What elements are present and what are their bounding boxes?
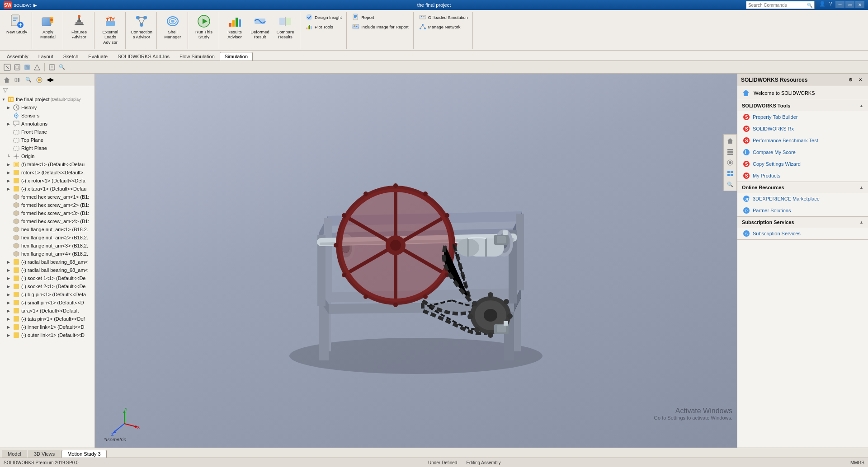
- shaded-icon[interactable]: [23, 63, 32, 72]
- sw-rx-item[interactable]: S SOLIDWORKS Rx: [737, 123, 868, 135]
- small-pin1-expand[interactable]: ▶: [7, 301, 13, 305]
- results-advisor-button[interactable]: Results Advisor: [223, 13, 246, 41]
- restore-button[interactable]: ▭: [845, 1, 854, 8]
- tree-big-pin1-item[interactable]: ▶ (-) big pin<1> (Default<<Defa: [0, 290, 94, 299]
- subscription-header[interactable]: Subscription Services ▲: [737, 217, 868, 228]
- tree-annotations-item[interactable]: ▶ Annotations: [0, 120, 94, 128]
- online-resources-header[interactable]: Online Resources ▲: [737, 182, 868, 193]
- tata-pin1-expand[interactable]: ▶: [7, 317, 13, 321]
- shell-manager-button[interactable]: Shell Manager: [160, 13, 185, 41]
- deformed-result-button[interactable]: Deformed Result: [248, 13, 272, 41]
- tab-sketch[interactable]: Sketch: [58, 52, 84, 61]
- tree-tata-pin1-item[interactable]: ▶ (-) tata pin<1> (Default<<Def: [0, 315, 94, 323]
- tree-socket1-item[interactable]: ▶ (-) socket 1<1> (Default<<De: [0, 274, 94, 282]
- tree-top-plane-item[interactable]: Top Plane: [0, 136, 94, 144]
- tara1-expand[interactable]: ▶: [7, 309, 13, 313]
- minimize-button[interactable]: ─: [835, 1, 844, 8]
- tab-flow-simulation[interactable]: Flow Simulation: [175, 52, 220, 61]
- tab-evaluate[interactable]: Evaluate: [83, 52, 113, 61]
- external-loads-button[interactable]: External Loads Advisor: [98, 13, 123, 46]
- tree-rbb1-item[interactable]: ▶ (-) radial ball bearing_68_am<: [0, 258, 94, 266]
- tree-right-plane-item[interactable]: Right Plane: [0, 144, 94, 152]
- tree-hex-screw3-item[interactable]: formed hex screw_am<3> (B1:: [0, 209, 94, 217]
- panel-tree-btn[interactable]: [725, 147, 735, 157]
- sidebar-filter-btn[interactable]: [13, 75, 23, 85]
- tree-rotor1-item[interactable]: ▶ rotor<1> (Default<<Default>.: [0, 168, 94, 177]
- tree-hex-nut2-item[interactable]: hex flange nut_am<2> (B18.2.: [0, 234, 94, 242]
- tree-origin-item[interactable]: └ Origin: [0, 152, 94, 160]
- annotations-expand[interactable]: ▶: [7, 122, 13, 126]
- rotor1-expand[interactable]: ▶: [7, 171, 13, 175]
- tree-hex-screw4-item[interactable]: formed hex screw_am<4> (B1:: [0, 217, 94, 225]
- panel-home-btn[interactable]: [725, 136, 735, 146]
- outer-link1-expand[interactable]: ▶: [7, 333, 13, 337]
- sidebar-search-btn[interactable]: 🔍: [24, 75, 33, 85]
- tab-addins[interactable]: SOLIDWORKS Add-Ins: [113, 52, 175, 61]
- rbb1-expand[interactable]: ▶: [7, 260, 13, 264]
- tab-3d-views[interactable]: 3D Views: [28, 450, 61, 458]
- panel-search-btn[interactable]: 🔍: [725, 179, 735, 189]
- history-expand[interactable]: ▶: [7, 106, 13, 110]
- manage-network-button[interactable]: Manage Network: [417, 22, 470, 31]
- perf-bench-item[interactable]: S Performance Benchmark Test: [737, 135, 868, 146]
- view-orient-icon[interactable]: [3, 63, 12, 72]
- welcome-section-header[interactable]: Welcome to SOLIDWORKS: [737, 86, 868, 100]
- rbb2-expand[interactable]: ▶: [7, 268, 13, 272]
- tree-root-item[interactable]: ▼ the final project (Default<Display: [0, 95, 94, 103]
- x-tara1-expand[interactable]: ▶: [7, 187, 13, 191]
- tree-x-tara1-item[interactable]: ▶ (-) x tara<1> (Default<<Defau: [0, 185, 94, 193]
- panel-layers-btn[interactable]: [725, 158, 735, 168]
- tree-table1-item[interactable]: ▶ (f) table<1> (Default<<Defau: [0, 160, 94, 168]
- tree-hex-screw1-item[interactable]: formed hex screw_am<1> (B1:: [0, 193, 94, 201]
- sub-services-item[interactable]: S Subscription Services: [737, 228, 868, 239]
- help-icon[interactable]: ?: [829, 1, 832, 9]
- zoom-icon[interactable]: 🔍: [57, 63, 66, 72]
- partner-item[interactable]: P Partner Solutions: [737, 205, 868, 216]
- tree-small-pin1-item[interactable]: ▶ (-) small pin<1> (Default<<D: [0, 299, 94, 307]
- prop-tab-item[interactable]: S Property Tab Builder: [737, 111, 868, 123]
- panel-resources-btn[interactable]: [725, 168, 735, 178]
- new-study-button[interactable]: New Study: [5, 13, 29, 40]
- tree-hex-nut3-item[interactable]: hex flange nut_am<3> (B18.2.: [0, 242, 94, 250]
- root-expand-arrow[interactable]: ▼: [2, 98, 7, 102]
- inner-link1-expand[interactable]: ▶: [7, 325, 13, 329]
- search-icon[interactable]: 🔍: [807, 3, 812, 8]
- tree-front-plane-item[interactable]: Front Plane: [0, 128, 94, 136]
- wireframe-icon[interactable]: [13, 63, 22, 72]
- include-image-button[interactable]: Include Image for Report: [350, 22, 410, 31]
- tree-socket2-item[interactable]: ▶ (-) socket 2<1> (Default<<De: [0, 282, 94, 290]
- section-view-icon[interactable]: [47, 63, 57, 72]
- big-pin1-expand[interactable]: ▶: [7, 293, 13, 297]
- my-products-item[interactable]: S My Products: [737, 170, 868, 182]
- tree-rbb2-item[interactable]: ▶ (-) radial ball bearing_68_am<: [0, 266, 94, 274]
- copy-settings-item[interactable]: S Copy Settings Wizard: [737, 158, 868, 170]
- tab-motion-study-3[interactable]: Motion Study 3: [61, 450, 106, 458]
- tree-tara1-item[interactable]: ▶ tara<1> (Default<<Default: [0, 307, 94, 315]
- tab-simulation[interactable]: Simulation: [220, 52, 253, 61]
- tree-hex-nut4-item[interactable]: hex flange nut_am<4> (B18.2.: [0, 250, 94, 258]
- panel-close-btn[interactable]: ✕: [856, 76, 864, 84]
- offloaded-sim-button[interactable]: Offloaded Simulation: [417, 13, 470, 22]
- close-button[interactable]: ✕: [855, 1, 864, 8]
- connections-advisor-button[interactable]: Connections Advisor: [129, 13, 154, 41]
- tab-assembly[interactable]: Assembly: [2, 52, 33, 61]
- tree-inner-link1-item[interactable]: ▶ (-) inner link<1> (Default<<D: [0, 323, 94, 331]
- tab-model[interactable]: Model: [2, 450, 27, 458]
- tree-outer-link1-item[interactable]: ▶ (-) outer link<1> (Default<<D: [0, 331, 94, 339]
- tree-sensors-item[interactable]: Sensors: [0, 112, 94, 120]
- perspective-icon[interactable]: [33, 63, 42, 72]
- table1-expand[interactable]: ▶: [7, 163, 13, 167]
- 3d-viewport[interactable]: Y X Z *Isometric Activate Windows Go to …: [95, 74, 737, 448]
- compare-results-button[interactable]: Compare Results: [274, 13, 297, 41]
- x-rotor1-expand[interactable]: ▶: [7, 179, 13, 183]
- user-icon[interactable]: 👤: [819, 1, 826, 9]
- sidebar-arrows-btn[interactable]: ◀▶: [45, 75, 55, 85]
- plot-tools-button[interactable]: Plot Tools: [304, 22, 344, 31]
- apply-material-button[interactable]: Apply Material: [36, 13, 60, 41]
- sw-tools-header[interactable]: SOLIDWORKS Tools ▲: [737, 100, 868, 111]
- run-this-study-button[interactable]: Run This Study: [192, 13, 216, 41]
- socket1-expand[interactable]: ▶: [7, 276, 13, 280]
- tab-layout[interactable]: Layout: [33, 52, 58, 61]
- search-box[interactable]: 🔍: [746, 1, 815, 9]
- compare-score-item[interactable]: i Compare My Score: [737, 146, 868, 158]
